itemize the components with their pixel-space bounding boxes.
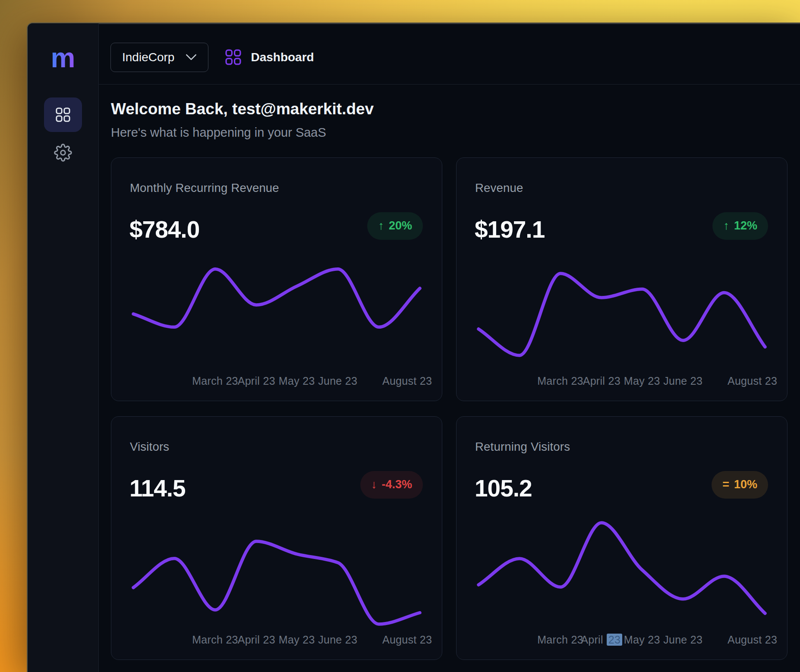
card-returning-visitors: Returning Visitors 105.2 = 10% March 23 … [456, 416, 787, 660]
card-visitors: Visitors 114.5 ↓ -4.3% March 23 April 23… [111, 416, 442, 660]
gear-icon [54, 144, 72, 162]
line-chart [131, 539, 422, 626]
x-axis-label-text: April [581, 634, 603, 646]
app-logo: m [51, 44, 76, 72]
sidebar-item-settings[interactable] [44, 135, 82, 170]
arrow-up-icon: ↑ [378, 219, 384, 232]
card-value: $784.0 [129, 217, 199, 243]
card-value: $197.1 [475, 217, 545, 243]
x-axis-label: August 23 [728, 375, 777, 387]
x-axis: March 23 April23 May 23 June 23 August 2… [457, 634, 787, 647]
trend-badge: ↑ 12% [712, 212, 768, 240]
x-axis-label: April 23 [583, 375, 620, 387]
x-axis-label: April 23 [238, 634, 275, 646]
sidebar-nav [44, 97, 82, 170]
x-axis-label: March 23 [192, 375, 238, 387]
arrow-up-icon: ↑ [723, 219, 729, 232]
sidebar-item-dashboard[interactable] [44, 97, 82, 132]
x-axis-label: August 23 [728, 634, 777, 646]
x-axis: March 23 April 23 May 23 June 23 August … [457, 375, 787, 389]
card-monthly-recurring-revenue: Monthly Recurring Revenue $784.0 ↑ 20% M… [111, 157, 442, 401]
x-axis-label: June 23 [663, 375, 702, 387]
trend-label: 12% [734, 219, 757, 232]
x-axis-label: March 23 [192, 634, 238, 646]
trend-badge: ↓ -4.3% [360, 471, 423, 499]
x-axis-label: March 23 [537, 375, 583, 387]
trend-label: 10% [734, 478, 757, 491]
main-column: IndieCorp Dashboard [99, 23, 800, 672]
card-title: Monthly Recurring Revenue [130, 180, 279, 196]
x-axis-label: August 23 [382, 634, 432, 646]
metrics-grid: Monthly Recurring Revenue $784.0 ↑ 20% M… [111, 157, 787, 660]
x-axis-label: August 23 [382, 375, 432, 387]
breadcrumb-label: Dashboard [251, 50, 314, 64]
equals-icon: = [722, 478, 729, 491]
trend-badge: ↑ 20% [367, 212, 423, 240]
x-axis-label: May 23 [624, 634, 660, 646]
x-axis-label: March 23 [537, 634, 583, 646]
trend-badge: = 10% [712, 471, 768, 499]
team-selector-label: IndieCorp [122, 50, 174, 64]
trend-label: 20% [389, 219, 412, 232]
sidebar: m [28, 23, 99, 672]
x-axis-label: June 23 [318, 634, 357, 646]
card-value: 114.5 [129, 475, 186, 502]
chevron-down-icon [186, 54, 197, 60]
team-selector-button[interactable]: IndieCorp [110, 43, 208, 72]
card-value: 105.2 [475, 475, 532, 502]
line-chart [131, 266, 422, 330]
dashboard-content: Welcome Back, test@makerkit.dev Here's w… [99, 85, 800, 672]
page-title: Welcome Back, test@makerkit.dev [111, 99, 787, 119]
page-subtitle: Here's what is happening in your SaaS [111, 124, 787, 141]
breadcrumb: Dashboard [225, 49, 314, 65]
x-axis-label: June 23 [663, 634, 702, 646]
card-title: Visitors [130, 439, 169, 455]
x-axis-label: May 23 [279, 375, 315, 387]
app-window: m [27, 22, 800, 672]
grid-icon [225, 49, 241, 65]
trend-label: -4.3% [381, 478, 412, 491]
x-axis-label: June 23 [318, 375, 357, 387]
arrow-down-icon: ↓ [371, 478, 377, 491]
x-axis-label: May 23 [624, 375, 660, 387]
line-chart [476, 521, 767, 615]
selected-text: 23 [607, 634, 622, 646]
line-chart [476, 271, 767, 358]
x-axis: March 23 April 23 May 23 June 23 August … [111, 375, 442, 389]
card-revenue: Revenue $197.1 ↑ 12% March 23 April 23 M… [456, 157, 787, 401]
card-title: Revenue [475, 180, 523, 196]
grid-icon [56, 107, 70, 122]
x-axis-label: May 23 [279, 634, 315, 646]
app-header: IndieCorp Dashboard [99, 23, 800, 85]
card-title: Returning Visitors [475, 439, 570, 455]
x-axis-label: April 23 [238, 375, 275, 387]
x-axis-label: April23 [581, 634, 622, 646]
x-axis: March 23 April 23 May 23 June 23 August … [111, 634, 442, 647]
desktop-wallpaper: m [0, 0, 800, 672]
